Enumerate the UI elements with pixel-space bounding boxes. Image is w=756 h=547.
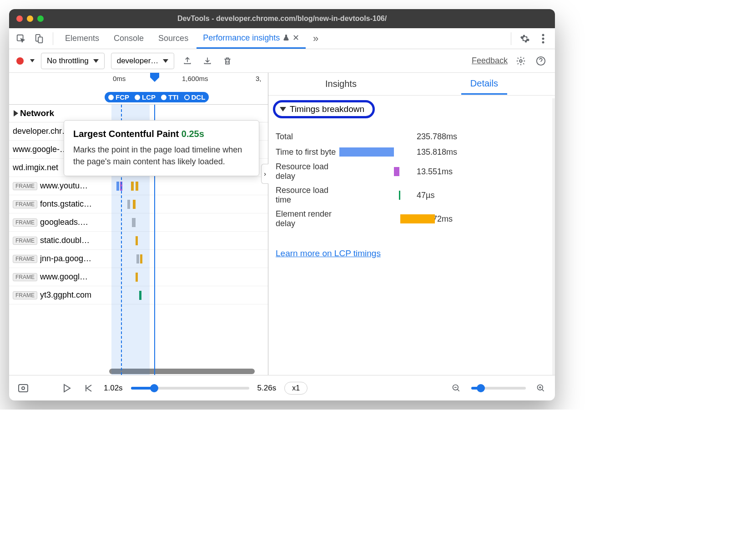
learn-more-link[interactable]: Learn more on LCP timings	[276, 248, 548, 258]
play-icon[interactable]	[60, 381, 74, 395]
tab-console[interactable]: Console	[107, 29, 150, 48]
network-row[interactable]: FRAMEstatic.doubl…	[9, 232, 268, 250]
svg-point-9	[22, 387, 25, 390]
timing-bar	[394, 167, 399, 176]
timings-breakdown-header[interactable]: Timings breakdown	[273, 100, 375, 118]
current-time: 1.02s	[104, 384, 123, 393]
settings-icon[interactable]	[517, 30, 533, 47]
import-icon[interactable]	[201, 54, 214, 68]
timeline-panel: 0ms 1,600ms 3, FCP LCP TTI DCL Network d…	[9, 73, 268, 375]
throttling-dropdown[interactable]: No throttling	[41, 53, 105, 69]
network-row[interactable]: FRAMEjnn-pa.goog…	[9, 250, 268, 268]
marker-pill[interactable]: FCP LCP TTI DCL	[105, 92, 209, 102]
network-row[interactable]: FRAMEfonts.gstatic…	[9, 195, 268, 213]
network-row[interactable]: FRAMEyt3.ggpht.com	[9, 286, 268, 304]
time-slider[interactable]	[131, 387, 249, 390]
network-row[interactable]: FRAMEgoogleads.…	[9, 213, 268, 232]
total-time: 5.26s	[257, 384, 277, 393]
zoom-slider[interactable]	[471, 387, 526, 390]
details-panel: › Insights Details Timings breakdown Tot…	[268, 73, 555, 375]
more-tabs-icon[interactable]: »	[307, 30, 324, 47]
svg-point-4	[542, 37, 544, 40]
timing-bar	[400, 214, 435, 223]
vertical-scrollbar[interactable]	[552, 98, 555, 375]
close-tab-icon[interactable]: ✕	[292, 33, 299, 43]
record-menu-caret[interactable]	[30, 59, 35, 62]
tab-insights[interactable]: Insights	[316, 74, 366, 94]
preview-toggle-icon[interactable]	[16, 381, 30, 395]
tab-sources[interactable]: Sources	[152, 29, 195, 48]
svg-rect-2	[38, 37, 42, 43]
perf-toolbar: No throttling developer… Feedback	[9, 49, 555, 73]
playback-footer: 1.02s 5.26s x1	[9, 375, 555, 400]
device-toggle-icon[interactable]	[31, 30, 47, 47]
speed-button[interactable]: x1	[284, 382, 307, 395]
timing-bar	[339, 147, 394, 157]
kebab-menu-icon[interactable]	[535, 30, 551, 47]
timing-bar	[399, 191, 400, 200]
marker-tti: TTI	[168, 93, 179, 101]
svg-point-5	[542, 41, 544, 43]
help-icon[interactable]	[534, 54, 548, 68]
network-row[interactable]: FRAMEwww.googl…	[9, 268, 268, 286]
network-row[interactable]: FRAMEwww.youtu…	[9, 177, 268, 195]
timing-row-resource-load-delay: Resource load delay 13.551ms	[276, 162, 548, 181]
marker-lcp: LCP	[142, 93, 156, 101]
rewind-icon[interactable]	[82, 381, 96, 395]
marker-dcl: DCL	[192, 93, 206, 101]
record-button[interactable]	[16, 57, 24, 65]
titlebar: DevTools - developer.chrome.com/blog/new…	[9, 9, 555, 28]
tab-elements[interactable]: Elements	[59, 29, 106, 48]
horizontal-scrollbar[interactable]	[9, 368, 268, 375]
delete-icon[interactable]	[221, 54, 234, 68]
svg-point-3	[542, 34, 544, 36]
expand-icon	[14, 110, 18, 116]
svg-point-6	[519, 60, 522, 62]
timing-row-total: Total 235.788ms	[276, 131, 548, 142]
lcp-tooltip: Largest Contentful Paint 0.25s Marks the…	[64, 120, 259, 176]
panel-settings-icon[interactable]	[514, 54, 528, 68]
collapse-panel-button[interactable]: ›	[261, 164, 268, 184]
experiment-icon	[282, 34, 290, 42]
marker-fcp: FCP	[116, 93, 129, 101]
ruler-tick: 0ms	[113, 75, 126, 82]
zoom-in-icon[interactable]	[534, 381, 548, 395]
target-dropdown[interactable]: developer…	[111, 53, 175, 69]
ruler-tick: 3,	[256, 75, 262, 82]
chevron-down-icon	[280, 107, 286, 111]
timing-row-resource-load-time: Resource load time 47µs	[276, 186, 548, 205]
window-title: DevTools - developer.chrome.com/blog/new…	[9, 15, 555, 23]
time-ruler[interactable]: 0ms 1,600ms 3, FCP LCP TTI DCL	[9, 73, 268, 105]
tab-performance-insights[interactable]: Performance insights ✕	[197, 28, 306, 49]
timing-row-element-render-delay: Element render delay 86.372ms	[276, 209, 548, 228]
inspect-element-icon[interactable]	[13, 30, 29, 47]
svg-rect-8	[19, 385, 28, 392]
ruler-tick: 1,600ms	[182, 75, 208, 82]
playhead-handle[interactable]	[150, 73, 159, 82]
zoom-out-icon[interactable]	[449, 381, 463, 395]
tab-details[interactable]: Details	[461, 74, 507, 95]
timing-row-ttfb: Time to first byte 135.818ms	[276, 147, 548, 157]
devtools-tabbar: Elements Console Sources Performance ins…	[9, 28, 555, 49]
export-icon[interactable]	[181, 54, 194, 68]
feedback-link[interactable]: Feedback	[472, 56, 508, 66]
